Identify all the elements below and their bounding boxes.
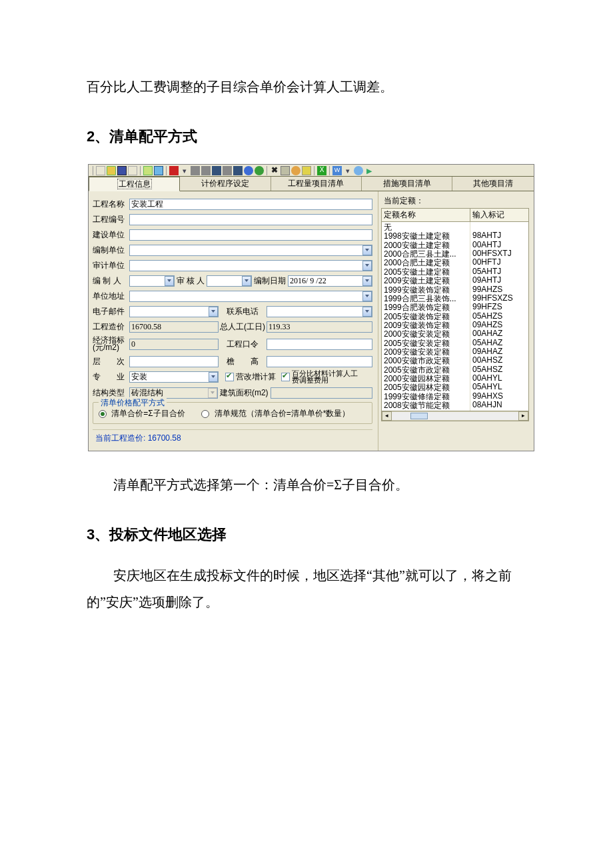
radio-opt1[interactable] bbox=[99, 410, 107, 418]
dropdown-icon[interactable]: ▾ bbox=[180, 166, 189, 175]
tab-quantity-list[interactable]: 工程量项目清单 bbox=[271, 177, 362, 191]
table-row[interactable]: 2005安徽土建定额05AHTJ bbox=[382, 267, 528, 275]
combo-phone[interactable] bbox=[267, 306, 372, 317]
redo-icon[interactable] bbox=[255, 166, 264, 175]
section-3-number: 3 bbox=[87, 526, 95, 543]
table-row[interactable]: 2008安徽节能定额08AHJN bbox=[382, 400, 528, 409]
input-project-no[interactable] bbox=[129, 214, 372, 225]
cell-input-code: 05AHTJ bbox=[470, 267, 528, 275]
table-row[interactable]: 1999安徽装饰定额99AHZS bbox=[382, 285, 528, 293]
cell-quota-name: 1999合肥装饰定额 bbox=[382, 302, 470, 311]
table-row[interactable]: 2005安徽园林定额05AHYL bbox=[382, 382, 528, 391]
radio-opt2-wrap[interactable]: 清单规范（清单合价=清单单价*数量） bbox=[201, 409, 350, 418]
print-icon[interactable] bbox=[281, 166, 290, 175]
paste-icon[interactable] bbox=[201, 166, 211, 175]
table-row[interactable]: 2012安徽抗震加固...12JG bbox=[382, 409, 528, 411]
cell-input-code: 05AHSZ bbox=[470, 365, 528, 373]
table-row[interactable]: 2000安徽园林定额00AHYL bbox=[382, 373, 528, 382]
radio-opt1-wrap[interactable]: 清单合价=Σ子目合价 bbox=[99, 409, 187, 418]
undo-icon[interactable] bbox=[244, 166, 253, 175]
cell-input-code: 09AHZS bbox=[470, 320, 528, 329]
table-row[interactable]: 2000安徽安装定额00AHAZ bbox=[382, 329, 528, 337]
word-icon[interactable]: W bbox=[332, 166, 342, 175]
table-row[interactable]: 2000安徽土建定额00AHTJ bbox=[382, 240, 528, 249]
grid-h-scrollbar[interactable]: ◂ ▸ bbox=[382, 411, 528, 421]
checkbox-pct-labor[interactable] bbox=[281, 373, 290, 381]
tab-other[interactable]: 其他项目清 bbox=[452, 177, 534, 191]
table-row[interactable]: 无 bbox=[382, 222, 528, 231]
table-row[interactable]: 2000安徽市政定额00AHSZ bbox=[382, 355, 528, 364]
combo-date[interactable] bbox=[288, 275, 372, 287]
copy-icon[interactable] bbox=[191, 166, 200, 175]
close-icon[interactable] bbox=[169, 166, 179, 175]
tool-icon-3[interactable] bbox=[233, 166, 243, 175]
input-project-name[interactable] bbox=[129, 199, 372, 210]
bold-icon[interactable]: ✖ bbox=[270, 166, 279, 175]
combo-address[interactable] bbox=[129, 291, 372, 302]
label-date: 编制日期 bbox=[252, 275, 288, 287]
table-row[interactable]: 1999合肥三县装饰...99HFSXZS bbox=[382, 293, 528, 302]
cell-quota-name: 2009安徽土建定额 bbox=[382, 275, 470, 284]
grid-body[interactable]: 无1998安徽土建定额98AHTJ2000安徽土建定额00AHTJ2000合肥三… bbox=[382, 222, 528, 411]
gear-icon[interactable] bbox=[291, 166, 301, 175]
saveas-icon[interactable] bbox=[128, 166, 137, 175]
open-icon[interactable] bbox=[107, 166, 116, 175]
cell-quota-name: 2000安徽安装定额 bbox=[382, 329, 470, 337]
input-pwd[interactable] bbox=[267, 339, 372, 350]
table-row[interactable]: 2009安徽装饰定额09AHZS bbox=[382, 320, 528, 329]
input-eave[interactable] bbox=[267, 356, 372, 367]
quota-panel: 当前定额： 定额名称 输入标记 无1998安徽土建定额98AHTJ2000安徽土… bbox=[378, 191, 534, 451]
table-row[interactable]: 2000合肥三县土建...00HFSXTJ bbox=[382, 249, 528, 257]
scroll-left-icon[interactable]: ◂ bbox=[382, 411, 392, 421]
scroll-right-icon[interactable]: ▸ bbox=[518, 411, 528, 421]
combo-audit-unit[interactable] bbox=[129, 260, 372, 271]
col-input-code[interactable]: 输入标记 bbox=[470, 209, 528, 221]
word-drop-icon[interactable]: ▾ bbox=[343, 166, 352, 175]
radio-opt2[interactable] bbox=[201, 410, 209, 418]
combo-spec[interactable] bbox=[129, 371, 219, 383]
input-floor[interactable] bbox=[129, 356, 219, 367]
table-row[interactable]: 2000合肥土建定额00HFTJ bbox=[382, 257, 528, 266]
save-icon[interactable] bbox=[117, 166, 127, 175]
checkbox-vat[interactable] bbox=[225, 373, 234, 381]
col-quota-name[interactable]: 定额名称 bbox=[382, 209, 470, 221]
cell-quota-name: 2005安徽市政定额 bbox=[382, 365, 470, 373]
new-icon[interactable] bbox=[96, 166, 105, 175]
quota-title: 当前定额： bbox=[384, 195, 534, 207]
table-row[interactable]: 2005安徽安装定额05AHAZ bbox=[382, 338, 528, 347]
highlight-icon[interactable] bbox=[302, 166, 311, 175]
section-3-body: 安庆地区在生成投标文件的时候，地区选择“其他”就可以了，将之前的”安庆”选项删除… bbox=[87, 562, 526, 615]
table-row[interactable]: 2005安徽市政定额05AHSZ bbox=[382, 365, 528, 373]
tool-icon-1[interactable] bbox=[212, 166, 221, 175]
scroll-thumb[interactable] bbox=[410, 413, 428, 419]
table-row[interactable]: 2009安徽土建定额09AHTJ bbox=[382, 275, 528, 284]
tab-project-info[interactable]: 工程信息 bbox=[89, 177, 180, 191]
tab-pricing[interactable]: 计价程序设定 bbox=[180, 177, 271, 191]
table-row[interactable]: 1999安徽修缮定额99AHXS bbox=[382, 391, 528, 400]
combo-compile-unit[interactable] bbox=[129, 245, 372, 256]
input-build-unit[interactable] bbox=[129, 229, 372, 241]
radio-opt1-label: 清单合价=Σ子目合价 bbox=[111, 409, 185, 418]
tab-measures[interactable]: 措施项目清单 bbox=[362, 177, 452, 191]
right-arrow-icon[interactable]: ▶ bbox=[364, 166, 374, 175]
help-icon[interactable] bbox=[354, 166, 363, 175]
cut-icon[interactable] bbox=[154, 166, 163, 175]
scroll-track[interactable] bbox=[392, 411, 518, 421]
tool-icon-2[interactable] bbox=[223, 166, 232, 175]
cell-input-code: 12JG bbox=[470, 409, 528, 411]
combo-compiler[interactable] bbox=[129, 275, 175, 287]
cell-quota-name: 2005安徽土建定额 bbox=[382, 267, 470, 275]
combo-email[interactable] bbox=[129, 306, 219, 317]
app-window: ▾ ✖ X W ▾ ▶ 工程信息 计价程序设定 工程量项目清单 bbox=[88, 164, 534, 451]
excel-icon[interactable]: X bbox=[317, 166, 326, 175]
table-row[interactable]: 2009安徽安装定额09AHAZ bbox=[382, 347, 528, 355]
tab-bar: 工程信息 计价程序设定 工程量项目清单 措施项目清单 其他项目清 bbox=[89, 177, 534, 191]
edit-icon[interactable] bbox=[143, 166, 153, 175]
table-row[interactable]: 1999合肥装饰定额99HFZS bbox=[382, 302, 528, 311]
table-row[interactable]: 1998安徽土建定额98AHTJ bbox=[382, 231, 528, 239]
quota-grid: 定额名称 输入标记 无1998安徽土建定额98AHTJ2000安徽土建定额00A… bbox=[381, 208, 529, 421]
combo-reviewer[interactable] bbox=[207, 275, 252, 287]
label-audit-unit: 审计单位 bbox=[93, 260, 129, 271]
table-row[interactable]: 2005安徽装饰定额05AHZS bbox=[382, 311, 528, 320]
section-2-sep: 、 bbox=[95, 128, 109, 145]
